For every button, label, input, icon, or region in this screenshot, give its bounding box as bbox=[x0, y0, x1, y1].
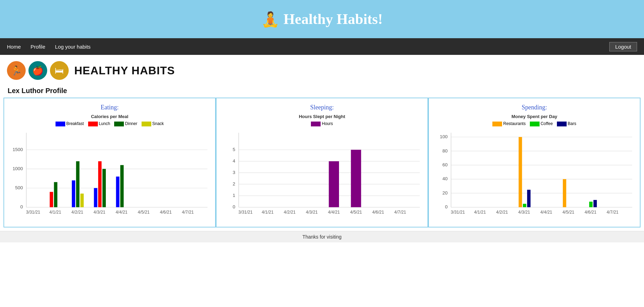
svg-text:4/1/21: 4/1/21 bbox=[262, 210, 273, 215]
svg-text:4/7/21: 4/7/21 bbox=[394, 210, 406, 215]
footer: Thanks for visiting bbox=[0, 231, 644, 242]
sleeping-chart-subtitle: Hours Slept per Night bbox=[220, 114, 424, 119]
svg-text:3/31/21: 3/31/21 bbox=[238, 210, 253, 215]
svg-text:4/7/21: 4/7/21 bbox=[607, 210, 618, 215]
svg-text:4/5/21: 4/5/21 bbox=[562, 210, 574, 215]
svg-text:4/2/21: 4/2/21 bbox=[496, 210, 508, 215]
svg-text:4/3/21: 4/3/21 bbox=[94, 210, 105, 215]
svg-text:4/3/21: 4/3/21 bbox=[518, 210, 530, 215]
svg-text:4/2/21: 4/2/21 bbox=[71, 210, 83, 215]
legend-lunch: Lunch bbox=[88, 121, 110, 126]
nav-home[interactable]: Home bbox=[7, 44, 21, 50]
svg-text:4/4/21: 4/4/21 bbox=[540, 210, 552, 215]
bar-restaurant-4-3 bbox=[519, 137, 522, 207]
bar-lunch-4-1 bbox=[50, 192, 53, 207]
bar-dinner-4-3 bbox=[102, 169, 106, 207]
legend-restaurants: Restaurants bbox=[492, 121, 526, 126]
bar-breakfast-4-2 bbox=[72, 180, 75, 207]
navbar: Home Profile Log your habits Logout bbox=[0, 38, 644, 55]
svg-text:4/5/21: 4/5/21 bbox=[350, 210, 362, 215]
nav-profile[interactable]: Profile bbox=[31, 44, 45, 50]
bar-coffee-4-6 bbox=[589, 202, 593, 207]
spending-legend: Restaurants Coffee Bars bbox=[432, 121, 636, 126]
app-header: 🧘 Healthy Habits! bbox=[0, 0, 644, 38]
svg-text:0: 0 bbox=[233, 204, 236, 209]
food-icon: 🍎 bbox=[28, 61, 47, 80]
brand-name: HEALTHY HABITS bbox=[74, 64, 175, 77]
eating-chart-subtitle: Calories per Meal bbox=[8, 114, 212, 119]
svg-text:500: 500 bbox=[15, 185, 23, 190]
bar-sleep-4-4 bbox=[329, 161, 339, 207]
sleeping-legend: Hours bbox=[220, 121, 424, 126]
running-icon: 🏃 bbox=[7, 61, 26, 80]
svg-text:100: 100 bbox=[440, 134, 448, 139]
svg-text:40: 40 bbox=[442, 176, 448, 181]
svg-text:5: 5 bbox=[233, 147, 236, 152]
svg-text:2: 2 bbox=[233, 181, 236, 186]
svg-text:1000: 1000 bbox=[12, 166, 23, 171]
legend-hours: Hours bbox=[311, 121, 333, 126]
sleeping-svg: 0 1 2 3 4 5 3/31/21 4/1/21 4/2/21 4/3/21… bbox=[220, 128, 424, 222]
bar-snack-4-2 bbox=[80, 193, 84, 207]
legend-bars: Bars bbox=[557, 121, 576, 126]
bar-bars-4-3 bbox=[527, 190, 531, 207]
svg-text:0: 0 bbox=[20, 204, 23, 209]
eating-legend: Breakfast Lunch Dinner Snack bbox=[8, 121, 212, 126]
svg-text:3: 3 bbox=[233, 170, 236, 175]
sleeping-chart-title: Sleeping: bbox=[220, 104, 424, 111]
svg-text:4: 4 bbox=[233, 158, 236, 164]
svg-text:80: 80 bbox=[442, 148, 448, 153]
svg-text:4/4/21: 4/4/21 bbox=[328, 210, 340, 215]
bar-bars-4-6 bbox=[593, 200, 597, 207]
logout-button[interactable]: Logout bbox=[609, 42, 637, 51]
spending-chart-subtitle: Money Spent per Day bbox=[432, 114, 636, 119]
eating-chart-title: Eating: bbox=[8, 104, 212, 111]
svg-text:4/3/21: 4/3/21 bbox=[306, 210, 318, 215]
app-title: Healthy Habits! bbox=[283, 11, 383, 27]
svg-text:60: 60 bbox=[442, 162, 448, 167]
svg-text:20: 20 bbox=[442, 190, 448, 196]
legend-snack: Snack bbox=[142, 121, 164, 126]
sleep-icon: 🛏 bbox=[50, 61, 69, 80]
legend-breakfast: Breakfast bbox=[56, 121, 84, 126]
nav-log-habits[interactable]: Log your habits bbox=[55, 44, 91, 50]
sleeping-chart-card: Sleeping: Hours Slept per Night Hours 0 … bbox=[216, 98, 428, 227]
bar-sleep-4-5 bbox=[351, 150, 361, 207]
charts-row: Eating: Calories per Meal Breakfast Lunc… bbox=[0, 98, 644, 231]
bar-coffee-4-3 bbox=[523, 204, 526, 207]
svg-text:4/6/21: 4/6/21 bbox=[585, 210, 596, 215]
brand-icons: 🏃 🍎 🛏 bbox=[7, 61, 69, 80]
legend-dinner: Dinner bbox=[114, 121, 137, 126]
bar-dinner-4-2 bbox=[76, 161, 79, 207]
spending-chart-card: Spending: Money Spent per Day Restaurant… bbox=[428, 98, 641, 227]
eating-chart-card: Eating: Calories per Meal Breakfast Lunc… bbox=[3, 98, 216, 227]
spending-chart-title: Spending: bbox=[432, 104, 636, 111]
svg-text:3/31/21: 3/31/21 bbox=[26, 210, 40, 215]
svg-text:4/7/21: 4/7/21 bbox=[182, 210, 194, 215]
bar-lunch-4-3 bbox=[98, 161, 102, 207]
header-logo-emoji: 🧘 bbox=[261, 11, 279, 28]
bar-restaurant-4-5 bbox=[563, 179, 566, 207]
svg-text:4/6/21: 4/6/21 bbox=[372, 210, 384, 215]
svg-text:4/1/21: 4/1/21 bbox=[474, 210, 486, 215]
svg-text:4/1/21: 4/1/21 bbox=[49, 210, 61, 215]
svg-text:4/6/21: 4/6/21 bbox=[160, 210, 172, 215]
brand-section: 🏃 🍎 🛏 HEALTHY HABITS bbox=[0, 55, 644, 83]
svg-text:4/2/21: 4/2/21 bbox=[284, 210, 296, 215]
bar-dinner-4-1 bbox=[54, 182, 58, 207]
legend-coffee: Coffee bbox=[530, 121, 553, 126]
svg-text:1: 1 bbox=[233, 193, 236, 198]
svg-text:1500: 1500 bbox=[12, 147, 23, 152]
bar-breakfast-4-4 bbox=[116, 176, 119, 207]
svg-text:0: 0 bbox=[445, 204, 448, 209]
bar-dinner-4-4 bbox=[120, 165, 124, 207]
svg-text:4/4/21: 4/4/21 bbox=[116, 210, 127, 215]
bar-breakfast-4-3 bbox=[94, 188, 98, 207]
svg-text:4/5/21: 4/5/21 bbox=[138, 210, 150, 215]
svg-text:3/31/21: 3/31/21 bbox=[451, 210, 465, 215]
eating-svg: 0 500 1000 1500 3/31/21 4/1/21 4/2/21 4/… bbox=[8, 128, 212, 222]
profile-heading: Lex Luthor Profile bbox=[0, 83, 644, 98]
footer-text: Thanks for visiting bbox=[303, 234, 342, 240]
spending-svg: 0 20 40 60 80 100 3/31/21 4/1/21 4/2/21 … bbox=[432, 128, 636, 222]
